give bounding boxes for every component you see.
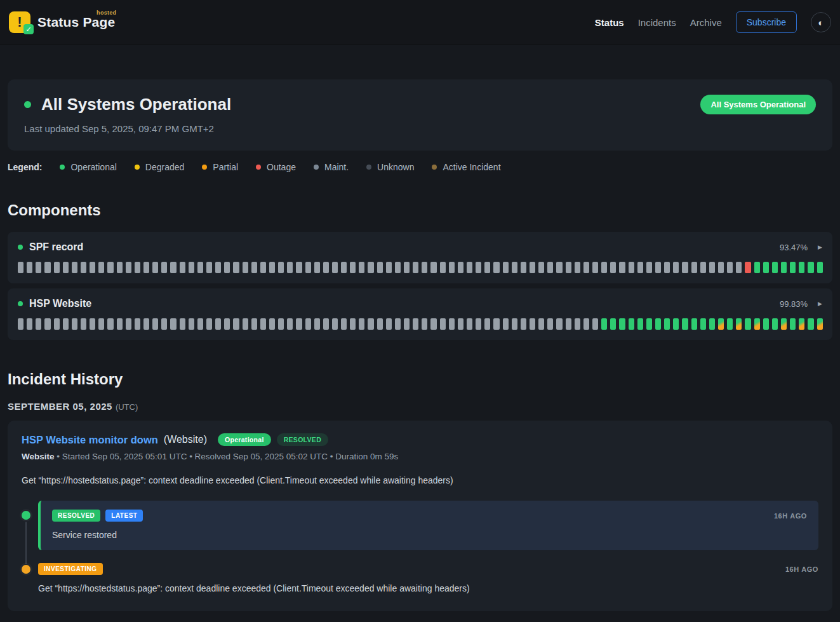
uptime-bar-empty[interactable] [422, 262, 427, 273]
uptime-bar-empty[interactable] [575, 262, 580, 273]
uptime-bar-empty[interactable] [224, 318, 230, 330]
uptime-bar-empty[interactable] [583, 262, 589, 273]
uptime-bar-empty[interactable] [458, 262, 463, 273]
uptime-bar-empty[interactable] [512, 262, 517, 273]
uptime-bar-empty[interactable] [430, 262, 436, 273]
uptime-bar-empty[interactable] [395, 318, 401, 330]
subscribe-button[interactable]: Subscribe [736, 11, 797, 33]
uptime-bar-empty[interactable] [619, 262, 625, 273]
uptime-bar-empty[interactable] [260, 262, 266, 273]
uptime-bar-empty[interactable] [413, 318, 418, 330]
theme-toggle-button[interactable]: ◐ [811, 12, 831, 32]
uptime-bar-operational[interactable] [799, 262, 804, 273]
uptime-bar-operational[interactable] [754, 262, 760, 273]
uptime-bar-empty[interactable] [152, 318, 158, 330]
uptime-bar-empty[interactable] [709, 262, 715, 273]
uptime-bar-operational[interactable] [763, 318, 769, 330]
uptime-bar-empty[interactable] [629, 262, 634, 273]
uptime-bar-empty[interactable] [646, 262, 652, 273]
uptime-bar-empty[interactable] [449, 318, 455, 330]
uptime-bar-empty[interactable] [63, 262, 69, 273]
uptime-bar-empty[interactable] [323, 262, 329, 273]
uptime-bar-empty[interactable] [233, 318, 239, 330]
uptime-bar-empty[interactable] [368, 262, 373, 273]
uptime-bar-empty[interactable] [189, 262, 194, 273]
uptime-bar-empty[interactable] [206, 318, 212, 330]
uptime-bar-empty[interactable] [36, 262, 41, 273]
uptime-bar-empty[interactable] [278, 318, 284, 330]
uptime-bar-empty[interactable] [521, 318, 526, 330]
uptime-bar-empty[interactable] [736, 262, 742, 273]
uptime-bar-empty[interactable] [467, 262, 472, 273]
uptime-bar-empty[interactable] [323, 318, 329, 330]
uptime-bar-partial[interactable] [799, 318, 804, 330]
uptime-bar-operational[interactable] [772, 262, 778, 273]
uptime-bar-operational[interactable] [763, 262, 769, 273]
uptime-bar-operational[interactable] [790, 262, 796, 273]
uptime-bar-empty[interactable] [503, 262, 509, 273]
uptime-bar-empty[interactable] [161, 262, 167, 273]
uptime-bar-empty[interactable] [98, 318, 104, 330]
uptime-bar-empty[interactable] [413, 262, 418, 273]
uptime-bar-empty[interactable] [592, 318, 598, 330]
uptime-bar-empty[interactable] [493, 318, 499, 330]
uptime-bar-empty[interactable] [404, 262, 410, 273]
uptime-bar-operational[interactable] [682, 318, 688, 330]
uptime-bar-operational[interactable] [664, 318, 670, 330]
uptime-bar-empty[interactable] [700, 262, 706, 273]
uptime-bar-empty[interactable] [458, 318, 463, 330]
uptime-bar-empty[interactable] [72, 318, 77, 330]
uptime-bar-empty[interactable] [350, 262, 356, 273]
uptime-bar-empty[interactable] [305, 262, 311, 273]
chevron-right-icon[interactable]: ▶ [818, 301, 822, 307]
uptime-bar-empty[interactable] [386, 318, 392, 330]
incident-title-link[interactable]: HSP Website monitor down [22, 434, 158, 446]
uptime-bar-empty[interactable] [341, 262, 347, 273]
uptime-bar-empty[interactable] [538, 318, 544, 330]
uptime-bar-empty[interactable] [673, 262, 679, 273]
uptime-bar-empty[interactable] [170, 318, 176, 330]
brand[interactable]: ! ✓ Status Page hosted [9, 11, 115, 33]
uptime-bar-empty[interactable] [27, 318, 32, 330]
uptime-bar-empty[interactable] [583, 318, 589, 330]
uptime-bar-empty[interactable] [215, 262, 221, 273]
uptime-bar-empty[interactable] [117, 318, 123, 330]
uptime-bar-empty[interactable] [556, 318, 562, 330]
uptime-bar-empty[interactable] [556, 262, 562, 273]
uptime-bar-operational[interactable] [601, 318, 607, 330]
uptime-bar-empty[interactable] [359, 318, 364, 330]
uptime-bar-empty[interactable] [530, 318, 535, 330]
nav-link-archive[interactable]: Archive [690, 17, 722, 28]
uptime-bar-empty[interactable] [655, 262, 661, 273]
uptime-bar-operational[interactable] [629, 318, 634, 330]
uptime-bar-empty[interactable] [278, 262, 284, 273]
uptime-bar-empty[interactable] [575, 318, 580, 330]
uptime-bar-empty[interactable] [44, 318, 50, 330]
uptime-bar-empty[interactable] [152, 262, 158, 273]
uptime-bar-empty[interactable] [296, 262, 302, 273]
uptime-bar-empty[interactable] [107, 262, 113, 273]
uptime-bar-empty[interactable] [143, 318, 149, 330]
uptime-bar-empty[interactable] [422, 318, 427, 330]
uptime-bar-empty[interactable] [251, 262, 257, 273]
uptime-bar-empty[interactable] [386, 262, 392, 273]
uptime-bar-operational[interactable] [610, 318, 616, 330]
uptime-bar-empty[interactable] [430, 318, 436, 330]
uptime-bar-operational[interactable] [790, 318, 796, 330]
uptime-bar-empty[interactable] [332, 262, 338, 273]
uptime-bar-empty[interactable] [530, 262, 535, 273]
uptime-bar-operational[interactable] [637, 318, 643, 330]
uptime-bar-empty[interactable] [27, 262, 32, 273]
uptime-bar-empty[interactable] [224, 262, 230, 273]
uptime-bar-empty[interactable] [98, 262, 104, 273]
uptime-bar-empty[interactable] [395, 262, 401, 273]
uptime-bar-operational[interactable] [817, 262, 823, 273]
uptime-bar-empty[interactable] [189, 318, 194, 330]
uptime-bar-empty[interactable] [197, 318, 203, 330]
nav-link-incidents[interactable]: Incidents [638, 17, 676, 28]
uptime-bar-empty[interactable] [547, 262, 553, 273]
uptime-bar-empty[interactable] [170, 262, 176, 273]
uptime-bar-empty[interactable] [610, 262, 616, 273]
uptime-bar-empty[interactable] [54, 262, 60, 273]
uptime-bar-empty[interactable] [36, 318, 41, 330]
